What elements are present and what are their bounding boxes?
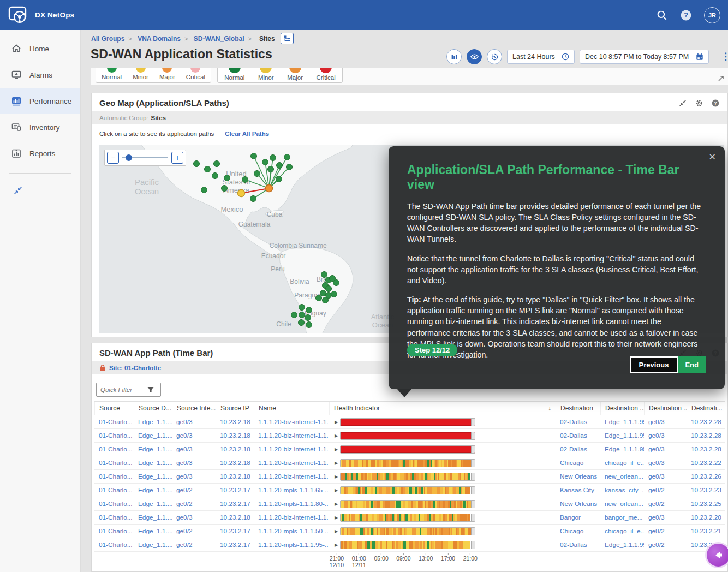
cell-source-link[interactable]: 01-Charlo... xyxy=(94,525,134,538)
cell-destination-interface-link[interactable]: ge0/2 xyxy=(644,484,687,497)
cell-source-interface-link[interactable]: ge0/2 xyxy=(172,538,216,551)
cell-destination-link[interactable]: 02-Dallas xyxy=(556,443,600,456)
health-indicator-bar[interactable] xyxy=(340,418,475,426)
cell-destination-ip-link[interactable]: 10.23.2.22 xyxy=(687,456,726,469)
site-marker[interactable] xyxy=(276,176,282,182)
gear-icon[interactable] xyxy=(695,99,703,108)
guide-assistant-button[interactable] xyxy=(705,542,728,568)
expand-row-icon[interactable]: ▶ xyxy=(335,474,338,479)
health-indicator-bar[interactable] xyxy=(340,541,475,549)
cell-destination-ip-link[interactable]: 10.23.2.28 xyxy=(687,415,726,428)
site-marker[interactable] xyxy=(277,163,283,169)
site-marker[interactable] xyxy=(299,305,305,311)
site-link[interactable]: Site: 01-Charlotte xyxy=(109,365,161,371)
cell-source-interface-link[interactable]: ge0/2 xyxy=(172,484,216,497)
cell-source-link[interactable]: 01-Charlo... xyxy=(94,511,134,524)
site-marker[interactable] xyxy=(251,153,257,159)
sidebar-item-alarms[interactable]: Alarms xyxy=(0,62,80,88)
site-marker[interactable] xyxy=(287,164,293,170)
site-marker[interactable] xyxy=(201,187,207,193)
site-marker-dallas[interactable] xyxy=(238,190,245,197)
site-marker[interactable] xyxy=(323,297,329,303)
cell-destination-link[interactable]: Bangor xyxy=(556,511,600,524)
site-marker[interactable] xyxy=(299,312,305,318)
collapse-sidebar-icon[interactable] xyxy=(13,186,23,195)
cell-source-interface-link[interactable]: ge0/2 xyxy=(172,497,216,510)
sidebar-item-performance[interactable]: Performance xyxy=(0,88,80,114)
site-marker[interactable] xyxy=(306,322,312,328)
cell-destination-link[interactable]: New Orleans xyxy=(556,497,600,510)
table-row[interactable]: 01-Charlo...Edge_1.1....ge0/210.23.2.171… xyxy=(94,525,725,538)
cell-tunnel-name-link[interactable]: 1.1.1.20-biz-internet-1.1.... xyxy=(254,456,329,469)
site-marker[interactable] xyxy=(316,295,322,301)
sort-descending-icon[interactable]: ↓ xyxy=(548,404,551,412)
cell-source-interface-link[interactable]: ge0/3 xyxy=(172,456,216,469)
cell-destination-link[interactable]: 02-Dallas xyxy=(556,429,600,442)
column-header[interactable]: Source xyxy=(94,402,134,415)
cell-source-device-link[interactable]: Edge_1.1.... xyxy=(134,443,172,456)
previous-button[interactable]: Previous xyxy=(630,356,678,373)
site-marker[interactable] xyxy=(331,291,337,297)
cell-destination-interface-link[interactable]: ge0/2 xyxy=(644,538,687,551)
table-row[interactable]: 01-Charlo...Edge_1.1....ge0/310.23.2.181… xyxy=(94,511,725,525)
cell-destination-device-link[interactable]: chicago_il_e... xyxy=(600,456,644,469)
quick-filter-input[interactable] xyxy=(97,386,147,393)
table-row[interactable]: 01-Charlo...Edge_1.1....ge0/310.23.2.181… xyxy=(94,470,725,484)
cell-tunnel-name-link[interactable]: 1.1.1.20-biz-internet-1.1.... xyxy=(254,429,329,442)
collapse-panel-icon[interactable] xyxy=(678,99,687,108)
user-avatar[interactable]: JR xyxy=(704,7,720,23)
health-indicator-bar[interactable] xyxy=(340,459,475,467)
cell-source-ip-link[interactable]: 10.23.2.18 xyxy=(216,443,254,456)
view-button[interactable] xyxy=(467,49,482,64)
cell-tunnel-name-link[interactable]: 1.1.1.20-biz-internet-1.1.... xyxy=(254,443,329,456)
site-marker[interactable] xyxy=(321,272,327,278)
column-header[interactable]: Source IP xyxy=(216,402,254,415)
health-indicator-bar[interactable] xyxy=(340,486,475,494)
cell-tunnel-name-link[interactable]: 1.1.1.20-biz-internet-1.1.... xyxy=(254,415,329,428)
cell-destination-ip-link[interactable]: 10.23.2.20 xyxy=(687,511,726,524)
cell-source-device-link[interactable]: Edge_1.1.... xyxy=(134,429,172,442)
expand-icon[interactable] xyxy=(717,74,725,83)
cell-destination-device-link[interactable]: Edge_1.1.1.95 xyxy=(600,443,644,456)
cell-tunnel-name-link[interactable]: 1.1.1.20-mpls-1.1.1.95-... xyxy=(254,538,329,551)
cell-source-link[interactable]: 01-Charlo... xyxy=(94,470,134,483)
cell-destination-link[interactable]: Kansas City xyxy=(556,484,600,497)
column-header[interactable]: Destination xyxy=(556,402,600,415)
cell-destination-interface-link[interactable]: ge0/3 xyxy=(644,429,687,442)
cell-source-ip-link[interactable]: 10.23.2.18 xyxy=(216,511,254,524)
filter-funnel-icon[interactable] xyxy=(147,386,154,394)
cell-source-ip-link[interactable]: 10.23.2.18 xyxy=(216,415,254,428)
site-marker[interactable] xyxy=(242,177,248,183)
breadcrumb-link[interactable]: All Groups xyxy=(91,35,124,43)
table-row[interactable]: 01-Charlo...Edge_1.1....ge0/310.23.2.181… xyxy=(94,443,725,456)
cell-source-link[interactable]: 01-Charlo... xyxy=(94,497,134,510)
cell-source-ip-link[interactable]: 10.23.2.18 xyxy=(216,470,254,483)
zoom-out-button[interactable]: − xyxy=(107,152,119,164)
cell-destination-interface-link[interactable]: ge0/2 xyxy=(644,497,687,510)
group-hierarchy-button[interactable] xyxy=(281,33,294,44)
column-header[interactable]: Destination ... xyxy=(600,402,644,415)
cell-destination-device-link[interactable]: kansas_city_... xyxy=(600,484,644,497)
cell-source-device-link[interactable]: Edge_1.1.... xyxy=(134,511,172,524)
cell-source-interface-link[interactable]: ge0/3 xyxy=(172,511,216,524)
expand-row-icon[interactable]: ▶ xyxy=(335,502,338,507)
health-indicator-bar[interactable] xyxy=(340,473,475,481)
site-marker[interactable] xyxy=(268,166,274,172)
site-marker[interactable] xyxy=(214,161,220,167)
cell-source-link[interactable]: 01-Charlo... xyxy=(94,429,134,442)
clear-all-paths-link[interactable]: Clear All Paths xyxy=(225,130,269,137)
cell-destination-interface-link[interactable]: ge0/3 xyxy=(644,415,687,428)
table-row[interactable]: 01-Charlo...Edge_1.1....ge0/310.23.2.181… xyxy=(94,429,725,443)
site-marker[interactable] xyxy=(222,186,228,192)
expand-row-icon[interactable]: ▶ xyxy=(335,543,338,547)
table-row[interactable]: 01-Charlo...Edge_1.1....ge0/210.23.2.171… xyxy=(94,497,725,511)
cell-tunnel-name-link[interactable]: 1.1.1.20-mpls-1.1.1.80-... xyxy=(254,497,329,510)
cell-destination-device-link[interactable]: bangor_me... xyxy=(600,511,644,524)
cell-destination-ip-link[interactable]: 10.23.2.26 xyxy=(687,470,726,483)
health-indicator-bar[interactable] xyxy=(340,500,475,508)
cell-destination-device-link[interactable]: Edge_1.1.1.95 xyxy=(600,538,644,551)
cell-destination-ip-link[interactable]: 10.23.2.23 xyxy=(687,484,726,497)
expand-row-icon[interactable]: ▶ xyxy=(335,447,338,452)
site-marker[interactable] xyxy=(326,286,332,292)
table-row[interactable]: 01-Charlo...Edge_1.1....ge0/210.23.2.171… xyxy=(94,538,725,552)
